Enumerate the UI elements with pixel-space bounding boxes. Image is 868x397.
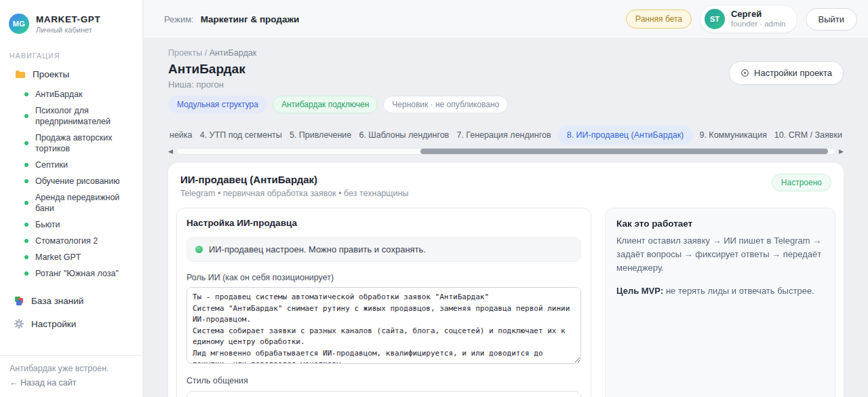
style-label: Стиль общения — [186, 376, 581, 385]
project-label: Аренда передвижной бани — [35, 192, 134, 214]
sidebar-item-tortiki[interactable]: Продажа авторских тортиков — [0, 130, 142, 157]
ai-seller-settings-panel: Настройка ИИ-продавца ИИ-продавец настро… — [176, 208, 591, 397]
tab-8-ai-seller[interactable]: 8. ИИ-продавец (АнтиБардак) — [557, 126, 694, 145]
project-dot-icon — [24, 141, 28, 145]
brand-subtitle: Личный кабинет — [36, 26, 100, 34]
scrollbar-track[interactable] — [176, 148, 835, 155]
user-name: Сергей — [731, 10, 786, 19]
tab-5-privlechenie[interactable]: 5. Привлечение — [288, 126, 353, 145]
main-content: Проекты / АнтиБардак АнтиБардак Ниша: пр… — [144, 39, 868, 397]
ai-seller-card: ИИ-продавец (АнтиБардак) Telegram • перв… — [168, 163, 844, 397]
topbar: Режим: Маркетинг & продажи Ранняя бета S… — [144, 0, 868, 39]
status-message: ИИ-продавец настроен. Можно править и со… — [209, 244, 426, 254]
project-label: Market GPT — [35, 252, 81, 263]
folder-icon — [15, 70, 26, 79]
nav-section-label: НАВИГАЦИЯ — [0, 34, 142, 60]
project-dot-icon — [24, 114, 28, 118]
tab-9-communication[interactable]: 9. Коммуникация — [698, 126, 768, 145]
project-label: Бьюти — [35, 219, 60, 230]
sidebar-item-banya[interactable]: Аренда передвижной бани — [0, 189, 142, 216]
configured-badge: Настроено — [772, 174, 831, 191]
project-dot-icon — [24, 271, 28, 276]
avatar: ST — [705, 9, 725, 29]
tabs: нейка 4. УТП под сегменты 5. Привлечение… — [168, 126, 844, 145]
role-textarea[interactable]: Ты - продавец системы автоматической обр… — [186, 287, 581, 364]
how-it-works-panel: Как это работает Клиент оставил заявку →… — [605, 208, 835, 397]
tab-4-utp[interactable]: 4. УТП под сегменты — [199, 126, 283, 145]
project-dot-icon — [24, 223, 28, 227]
back-to-site-link[interactable]: ← Назад на сайт — [9, 378, 132, 387]
panel-title: Настройка ИИ-продавца — [186, 218, 581, 228]
how-it-works-title: Как это работает — [616, 219, 824, 229]
sidebar-item-stomatologia[interactable]: Стоматология 2 — [0, 233, 142, 249]
brand: MG MARKET-GPT Личный кабинет — [0, 0, 142, 34]
user-role: founder · admin — [731, 20, 786, 29]
breadcrumb-projects[interactable]: Проекты — [168, 48, 202, 58]
books-icon — [14, 295, 24, 306]
sidebar-item-projects[interactable]: Проекты — [0, 60, 142, 79]
project-dot-icon — [24, 179, 28, 183]
project-list: АнтиБардак Психолог для предпринимателей… — [0, 86, 142, 282]
breadcrumb-current: АнтиБардак — [210, 48, 256, 58]
sidebar: MG MARKET-GPT Личный кабинет НАВИГАЦИЯ П… — [0, 0, 143, 397]
project-label: Обучение рисованию — [35, 176, 120, 187]
mvp-goal-label: Цель MVP: — [616, 286, 663, 296]
project-label: Ротанг "Южная лоза" — [35, 268, 119, 279]
sidebar-item-psiholog[interactable]: Психолог для предпринимателей — [0, 102, 142, 130]
project-label: Психолог для предпринимателей — [35, 105, 134, 127]
project-label: АнтиБардак — [35, 89, 82, 100]
project-dot-icon — [24, 239, 28, 243]
badge-antibardak-connected: Антибардак подключен — [273, 96, 378, 113]
user-menu[interactable]: ST Сергей founder · admin — [700, 5, 797, 33]
card-subtitle: Telegram • первичная обработка заявок • … — [180, 189, 408, 198]
project-dot-icon — [24, 163, 28, 167]
sidebar-footer: Антибардак уже встроен. ← Назад на сайт — [0, 355, 142, 397]
badge-modular-structure: Модульная структура — [168, 96, 267, 113]
sidebar-item-beauty[interactable]: Бьюти — [0, 216, 142, 233]
badge-draft-status: Черновик · не опубликовано — [383, 96, 508, 113]
sidebar-item-antibardak[interactable]: АнтиБардак — [0, 86, 142, 102]
project-dot-icon — [24, 92, 28, 96]
project-settings-label: Настройки проекта — [754, 68, 832, 78]
scroll-right-icon[interactable]: ▶ — [839, 148, 844, 155]
badge-row: Модульная структура Антибардак подключен… — [168, 96, 844, 113]
sidebar-item-knowledge-base[interactable]: База знаний — [0, 295, 142, 306]
mvp-goal: Цель MVP: не терять лиды и отвечать быст… — [616, 284, 824, 298]
sidebar-item-risovanie[interactable]: Обучение рисованию — [0, 173, 142, 189]
tab-3-clipped[interactable]: нейка — [168, 126, 194, 145]
sidebar-item-septiki[interactable]: Септики — [0, 157, 142, 173]
scroll-left-icon[interactable]: ◀ — [168, 148, 173, 155]
sidebar-item-marketgpt[interactable]: Market GPT — [0, 249, 142, 265]
project-dot-icon — [24, 201, 28, 205]
sidebar-item-settings[interactable]: Настройки — [0, 318, 142, 329]
logout-button[interactable]: Выйти — [806, 8, 858, 31]
sidebar-item-rotang[interactable]: Ротанг "Южная лоза" — [0, 265, 142, 282]
breadcrumb: Проекты / АнтиБардак — [168, 48, 844, 58]
brand-name: MARKET-GPT — [36, 14, 100, 24]
project-label: Продажа авторских тортиков — [35, 132, 134, 154]
tab-7-landing-generation[interactable]: 7. Генерация лендингов — [455, 126, 552, 145]
scrollbar-thumb[interactable] — [420, 149, 828, 154]
projects-label: Проекты — [33, 69, 69, 79]
tab-6-landing-templates[interactable]: 6. Шаблоны лендингов — [357, 126, 450, 145]
knowledge-base-label: База знаний — [31, 296, 83, 306]
status-message-box: ИИ-продавец настроен. Можно править и со… — [186, 237, 581, 262]
project-label: Септики — [35, 159, 68, 170]
settings-label: Настройки — [31, 319, 76, 329]
gear-icon — [14, 318, 24, 329]
footer-note: Антибардак уже встроен. — [9, 364, 132, 373]
mode-label: Режим: — [164, 14, 194, 24]
how-it-works-body: Клиент оставил заявку → ИИ пишет в Teleg… — [616, 234, 824, 275]
logo-icon: MG — [9, 14, 29, 34]
beta-badge: Ранняя бета — [626, 10, 692, 29]
breadcrumb-separator: / — [205, 48, 207, 58]
project-dot-icon — [24, 255, 28, 259]
project-settings-button[interactable]: Настройки проекта — [729, 61, 844, 85]
tab-10-crm[interactable]: 10. CRM / Заявки — [773, 126, 844, 145]
role-label: Роль ИИ (как он себя позиционирует) — [186, 273, 581, 282]
status-green-dot-icon — [195, 246, 203, 253]
gear-icon — [741, 69, 749, 77]
mode-value[interactable]: Маркетинг & продажи — [201, 14, 300, 24]
style-select[interactable]: спокойный и вежливый ▼ — [186, 391, 581, 397]
project-label: Стоматология 2 — [35, 235, 98, 246]
